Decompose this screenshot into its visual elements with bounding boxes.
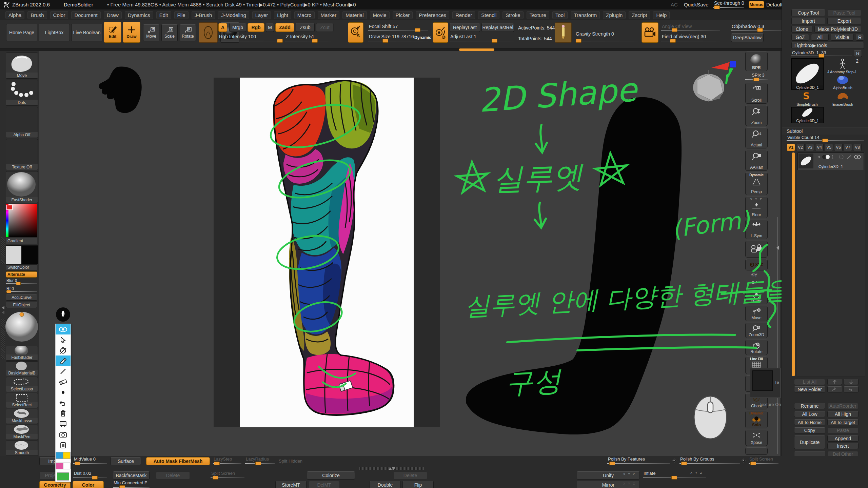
copy-subtool-button[interactable]: Copy <box>794 427 825 433</box>
deep-shadow-button[interactable]: DeepShadow <box>731 33 764 42</box>
tray-selectrect[interactable]: SelectRect <box>6 393 38 408</box>
menu-item[interactable]: Draw <box>104 11 122 19</box>
insert-button[interactable]: Insert <box>827 443 859 449</box>
live-boolean-button[interactable]: Live Boolean <box>71 24 102 41</box>
move-mode-button[interactable]: M Move <box>143 24 159 41</box>
switchcolor-button[interactable]: SwitchColor <box>6 264 37 270</box>
subtool-version-tab[interactable]: V2 <box>796 144 805 151</box>
split-hidden-button[interactable]: Split Hidden <box>279 459 302 464</box>
rgb-intensity-slider[interactable]: Rgb Intensity 100 <box>218 34 282 43</box>
geometry-button[interactable]: Geometry <box>39 481 71 488</box>
tray-scroll-texture[interactable] <box>1 237 5 264</box>
tray-maskpen[interactable]: MaskPen <box>6 425 38 440</box>
spix-slider[interactable]: SPix 3 <box>745 73 768 81</box>
mirror-xyz[interactable]: X Y Z <box>623 482 636 485</box>
menu-item[interactable]: Stroke <box>502 11 523 19</box>
adjust-last-slider[interactable]: AdjustLast 1 <box>450 34 514 43</box>
stroke-type-button[interactable]: D <box>433 22 448 43</box>
secondary-color-swatch[interactable] <box>22 245 38 264</box>
tool-thumb-eraserbrush[interactable]: EraserBrush <box>826 90 859 106</box>
menus-button[interactable]: Menus <box>749 1 764 8</box>
polish-features-toggle[interactable] <box>672 458 677 463</box>
min-connected-slider[interactable]: Min Connected F <box>113 480 150 488</box>
visible-count-slider[interactable]: Visible Count 14 <box>787 135 864 142</box>
list-all-button[interactable]: List All <box>794 379 825 385</box>
tray-brush-move[interactable]: Move <box>6 53 38 79</box>
ink-swatch-row-1[interactable] <box>56 450 71 461</box>
zcut-button[interactable]: Zcut <box>316 23 334 32</box>
shelf-scroll-thumb[interactable] <box>459 48 494 51</box>
ink-eraser-tool[interactable] <box>56 377 71 387</box>
tray-alpha[interactable]: Alpha Off <box>6 107 38 138</box>
move-to-folder-up-button[interactable] <box>827 386 842 392</box>
tool-thumb-simplebrush[interactable]: S SimpleBrush <box>791 90 823 106</box>
tool-thumb-cylinder-large[interactable]: Cylinder3D_1 <box>791 58 824 90</box>
ink-screenshot-camera-button[interactable] <box>56 429 71 440</box>
subtool-version-tab[interactable]: V4 <box>815 144 824 151</box>
menu-item[interactable]: Transform <box>571 11 600 19</box>
gravity-button[interactable] <box>555 22 572 43</box>
tray-stroke-dots[interactable]: Dots <box>6 80 38 106</box>
menu-item[interactable]: Tool <box>552 11 568 19</box>
tray-masklasso[interactable]: MaskLasso <box>6 409 38 424</box>
move-to-folder-down-button[interactable] <box>844 386 859 392</box>
subtool-version-tab[interactable]: V7 <box>844 144 852 151</box>
edit-button[interactable]: Edit <box>104 22 121 43</box>
shelf-scroll-track[interactable] <box>0 48 868 51</box>
menu-item[interactable]: Picker <box>393 11 413 19</box>
tray-scroll-texture2[interactable] <box>1 319 5 359</box>
split-screen-slider[interactable]: Split Screen <box>749 456 778 465</box>
m-button[interactable]: M <box>266 23 274 32</box>
menu-item[interactable]: Dynamics <box>125 11 153 19</box>
tool-thumb-anatomy[interactable]: 2 J Anatomy Step-1 <box>826 58 859 73</box>
artboard[interactable] <box>214 78 440 427</box>
see-through-slider[interactable]: See-through 0 <box>713 0 744 9</box>
tray-texture[interactable]: Texture Off <box>6 139 38 170</box>
paste-subtool-button[interactable]: Paste <box>827 427 859 433</box>
menu-item[interactable]: File <box>174 11 189 19</box>
double-button[interactable]: Double <box>370 481 401 488</box>
camera-button[interactable] <box>642 22 658 43</box>
ink-eye-tool[interactable] <box>56 324 71 334</box>
dist-slider[interactable]: Dist 0.02 <box>73 471 107 480</box>
tray-smooth[interactable]: Smooth <box>6 441 38 456</box>
menu-item[interactable]: Alpha <box>5 11 24 19</box>
replay-last-button[interactable]: ReplayLast <box>450 23 480 32</box>
ink-active-color[interactable] <box>56 471 71 482</box>
swatch-yellow[interactable] <box>63 452 71 459</box>
append-button[interactable]: Append <box>827 435 859 442</box>
swatch-green-active[interactable] <box>57 472 69 481</box>
menu-item[interactable]: Stencil <box>478 11 499 19</box>
tray-material-fastshader[interactable]: FastShader <box>6 346 38 361</box>
color-picker-cursor[interactable] <box>6 205 13 210</box>
bpr-button[interactable]: BPR <box>745 52 768 71</box>
texture-on-button[interactable]: Texture On <box>760 402 781 407</box>
menu-item[interactable]: Texture <box>527 11 549 19</box>
color-intensity-sphere[interactable] <box>5 310 39 344</box>
menu-item[interactable]: Edit <box>156 11 171 19</box>
menu-item[interactable]: Material <box>342 11 367 19</box>
menu-item[interactable]: Brush <box>27 11 47 19</box>
polish-by-features-slider[interactable]: Polish By Features <box>607 456 670 465</box>
rename-button[interactable]: Rename <box>794 403 825 409</box>
tray-divider-arrows[interactable] <box>386 467 397 471</box>
tool-thumb-alphabrush[interactable]: AlphaBrush <box>826 75 859 89</box>
field-of-view-slider[interactable]: Field of view(deg) 30 <box>661 34 720 43</box>
texture-flyout[interactable]: Te <box>750 368 781 398</box>
ink-whiteboard-button[interactable] <box>56 419 71 429</box>
rf-slider[interactable]: Rf 0 <box>6 286 37 293</box>
polish-by-groups-slider[interactable]: Polish By Groups <box>679 456 740 465</box>
subtool-version-tab[interactable]: V1 <box>787 144 795 151</box>
swatch-white[interactable] <box>63 463 71 469</box>
copy-tool-button[interactable]: Copy Tool <box>791 9 825 16</box>
zadd-button[interactable]: Zadd <box>275 23 294 32</box>
menu-item[interactable]: Help <box>653 11 670 19</box>
menu-item[interactable]: Zscript <box>629 11 650 19</box>
menu-item[interactable]: Macro <box>294 11 315 19</box>
menu-item[interactable]: Layer <box>252 11 271 19</box>
colorize-button[interactable]: Colorize <box>307 471 355 480</box>
goz-button[interactable]: GoZ <box>791 34 809 41</box>
subtool-down-button[interactable] <box>844 379 859 385</box>
blur-slider[interactable]: Blur 0 <box>6 278 37 285</box>
ink-clipboard-button[interactable] <box>56 440 71 450</box>
